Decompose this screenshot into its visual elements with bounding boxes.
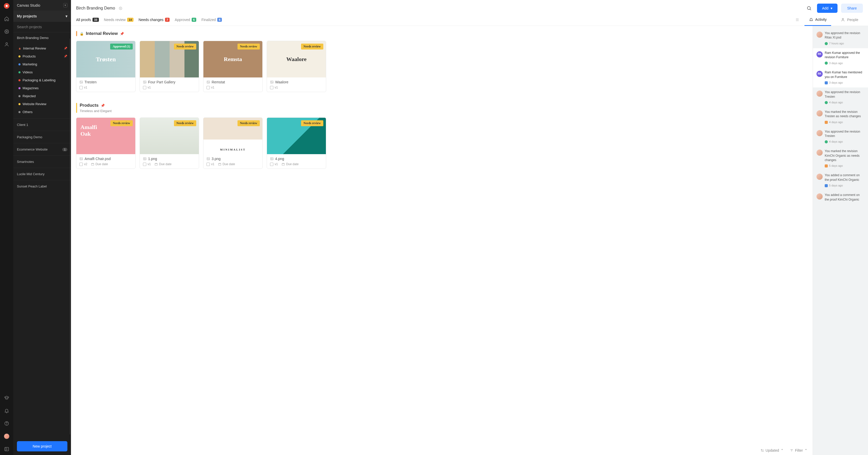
tab-people[interactable]: People (836, 18, 863, 25)
status-chip: Needs review (174, 44, 196, 50)
version-label: v1 (275, 162, 278, 166)
activity-text: You added a comment on the proof KimChi … (825, 193, 864, 202)
activity-item[interactable]: You added a comment on the proof KimChi … (813, 190, 868, 204)
card-thumbnail: Needs review (140, 118, 199, 154)
app-root: Canvas Studio ▾ My projects ▾ Search pro… (0, 0, 868, 455)
filter-tab[interactable]: Needs changes7 (138, 18, 169, 25)
settings-icon[interactable] (119, 6, 122, 10)
card-name: Amalfi Chair.psd (80, 157, 132, 161)
workspace-switcher[interactable]: Canvas Studio ▾ (13, 0, 71, 10)
calendar-icon (282, 163, 285, 166)
folder-item[interactable]: Products📌 (13, 52, 71, 60)
lock-icon: 🔒 (80, 32, 84, 36)
my-projects-header[interactable]: My projects ▾ (13, 10, 71, 22)
version-label: v1 (148, 86, 151, 89)
due-date-label: Due date (286, 162, 299, 166)
folder-item[interactable]: Internal Review📌 (13, 45, 71, 52)
version-label: v1 (211, 86, 214, 89)
activity-time: 4 days ago (829, 101, 843, 105)
help-icon[interactable] (4, 421, 9, 426)
current-project-label[interactable]: Birch Branding Demo (13, 32, 71, 44)
scrollbar[interactable] (69, 38, 70, 434)
filter-tab[interactable]: All proofs33 (76, 18, 99, 25)
activity-text: You approved the revision Tresten (825, 90, 864, 99)
image-icon (270, 157, 274, 161)
version-icon (80, 163, 83, 166)
section-title: Products📌 (80, 103, 112, 108)
home-icon[interactable] (4, 16, 9, 22)
filter-tab[interactable]: Needs review14 (104, 18, 133, 25)
activity-item[interactable]: You marked the revision Tresten as needs… (813, 107, 868, 127)
folder-item[interactable]: Videos (13, 68, 71, 76)
calendar-icon (154, 163, 158, 166)
activity-item[interactable]: RKRam Kumar has mentioned you on Furnitu… (813, 68, 868, 87)
proof-card[interactable]: Needs reviewRemstatv1 (203, 41, 262, 92)
add-button[interactable]: Add ▾ (817, 4, 838, 13)
activity-time: 3 days ago (829, 61, 843, 65)
activity-time: 4 days ago (829, 120, 843, 124)
new-project-button[interactable]: New project (17, 441, 67, 451)
svg-point-19 (271, 82, 272, 82)
proof-card[interactable]: Needs reviewAmalfi Chair.psdv2Due date (76, 117, 135, 169)
activity-item[interactable]: RKRam Kumar approved the revision Furnit… (813, 48, 868, 68)
list-view-icon[interactable] (795, 18, 799, 25)
svg-rect-25 (155, 163, 157, 165)
proof-card[interactable]: Needs review3.pngv1Due date (203, 117, 262, 169)
user-icon[interactable] (4, 41, 9, 47)
folder-item[interactable]: Magazines (13, 84, 71, 92)
activity-item[interactable]: You approved the revision Tresten4 days … (813, 87, 868, 107)
sort-updated[interactable]: Updated ⌃ (761, 448, 784, 452)
proof-card[interactable]: Needs review4.pngv1Due date (267, 117, 326, 169)
folder-item[interactable]: Others (13, 108, 71, 116)
activity-item[interactable]: You marked the revision KimChi Organic a… (813, 146, 868, 171)
activity-text: Ram Kumar approved the revision Furnitur… (825, 51, 864, 60)
version-icon (143, 86, 146, 89)
gear-icon[interactable] (4, 29, 9, 34)
svg-point-27 (208, 158, 208, 159)
bell-icon[interactable] (4, 408, 9, 414)
activity-item[interactable]: You added a comment on the proof KimChi … (813, 171, 868, 190)
search-projects-input[interactable]: Search projects (13, 22, 71, 32)
activity-time: 5 days ago (829, 164, 843, 168)
tab-activity[interactable]: Activity (804, 18, 831, 26)
image-icon (207, 157, 210, 161)
version-icon (207, 86, 210, 89)
folder-item[interactable]: Marketing (13, 60, 71, 68)
proof-card[interactable]: Needs reviewWaalorev1 (267, 41, 326, 92)
calendar-icon (218, 163, 221, 166)
status-chip: Needs review (238, 44, 260, 50)
activity-item[interactable]: You approved the revision Tresten4 days … (813, 127, 868, 147)
proof-card[interactable]: Needs review1.pngv1Due date (140, 117, 199, 169)
user-avatar[interactable] (4, 433, 9, 439)
section-header: Products📌Timeless and Elegant (76, 103, 808, 113)
version-label: v1 (84, 86, 87, 89)
app-logo[interactable] (4, 3, 9, 9)
search-icon[interactable] (805, 4, 813, 12)
sidebar-project-item[interactable]: Lucile Mid Century (13, 168, 71, 180)
activity-item[interactable]: You approved the revision Ritas XI.psd7 … (813, 28, 868, 48)
activity-panel: You approved the revision Ritas XI.psd7 … (813, 26, 868, 455)
sidebar-project-item[interactable]: Packaging Demo (13, 131, 71, 143)
proof-card[interactable]: Needs reviewFour Part Galleryv1 (140, 41, 199, 92)
sidebar-project-item[interactable]: Smartnotes (13, 155, 71, 168)
filter-tab[interactable]: Approved6 (175, 18, 196, 25)
folder-item[interactable]: Packaging & Labelling (13, 76, 71, 84)
sidebar-project-item[interactable]: Ecommerce Website1 (13, 143, 71, 155)
image-icon (207, 80, 210, 84)
folder-item[interactable]: Rejected (13, 92, 71, 100)
filter-tabs: All proofs33Needs review14Needs changes7… (71, 15, 868, 26)
proof-card[interactable]: Approved (1)Trestenv1 (76, 41, 135, 92)
count-badge: 6 (192, 18, 196, 22)
graduation-icon[interactable] (4, 395, 9, 401)
activity-text: You marked the revision Tresten as needs… (825, 110, 864, 119)
count-badge: 1 (62, 148, 67, 151)
sidebar-project-item[interactable]: Sunset Peach Label (13, 180, 71, 192)
folder-item[interactable]: Website Review (13, 100, 71, 108)
filter-tab[interactable]: Finalized6 (202, 18, 222, 25)
sidebar-project-item[interactable]: Client 1 (13, 118, 71, 131)
card-thumbnail: Approved (1) (76, 41, 135, 78)
collapse-icon[interactable] (4, 446, 9, 452)
svg-rect-26 (207, 158, 210, 160)
share-button[interactable]: Share (841, 4, 863, 13)
filter-button[interactable]: Filter ⌃ (790, 448, 808, 452)
